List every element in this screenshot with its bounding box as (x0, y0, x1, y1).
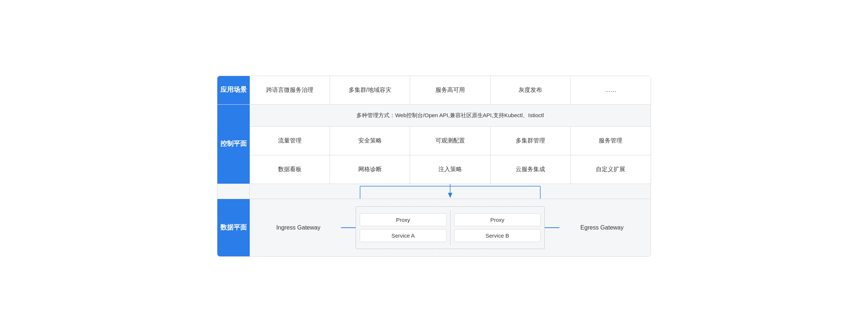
use-case-5: …… (570, 76, 651, 104)
control-plane-content: 多种管理方式：Web控制台/Open API,兼容社区原生API,支持Kubec… (250, 105, 651, 184)
proxy-b-label: Proxy (454, 213, 541, 226)
label-use-cases: 应用场景 (217, 76, 250, 104)
service-b-block: Proxy Service B (450, 210, 544, 245)
connector-svg (250, 184, 651, 199)
use-case-4: 灰度发布 (490, 76, 570, 104)
ctrl-2-5: 自定义扩展 (570, 155, 651, 184)
row-use-cases: 应用场景 跨语言微服务治理 多集群/地域容灾 服务高可用 灰度发布 …… (217, 76, 651, 105)
line-ingress-proxy (341, 227, 356, 228)
connector-row (217, 184, 651, 199)
ctrl-1-1: 流量管理 (250, 127, 330, 155)
control-top-text: 多种管理方式：Web控制台/Open API,兼容社区原生API,支持Kubec… (250, 105, 651, 127)
service-b-label: Service B (454, 229, 541, 242)
service-a-block: Proxy Service A (356, 210, 450, 245)
ingress-gateway: Ingress Gateway (256, 224, 341, 231)
ctrl-1-2: 安全策略 (330, 127, 410, 155)
architecture-diagram: 应用场景 跨语言微服务治理 多集群/地域容灾 服务高可用 灰度发布 …… 控制平… (217, 76, 651, 257)
row-control-plane: 控制平面 多种管理方式：Web控制台/Open API,兼容社区原生API,支持… (217, 105, 651, 184)
proxy-a-label: Proxy (360, 213, 446, 226)
ctrl-2-2: 网格诊断 (330, 155, 410, 184)
ctrl-1-3: 可观测配置 (410, 127, 490, 155)
ctrl-1-4: 多集群管理 (490, 127, 570, 155)
data-plane-main: Ingress Gateway Proxy Service A Proxy Se… (250, 199, 651, 256)
ctrl-2-3: 注入策略 (410, 155, 490, 184)
label-control-plane: 控制平面 (217, 105, 250, 184)
service-a-label: Service A (360, 229, 446, 242)
use-case-1: 跨语言微服务治理 (250, 76, 330, 104)
data-plane-content: Ingress Gateway Proxy Service A Proxy Se… (250, 199, 651, 256)
ctrl-2-1: 数据看板 (250, 155, 330, 184)
control-grid-1: 流量管理 安全策略 可观测配置 多集群管理 服务管理 (250, 127, 651, 155)
egress-gateway: Egress Gateway (559, 224, 645, 231)
svg-marker-1 (448, 193, 452, 198)
line-proxy-egress (545, 227, 559, 228)
connector-spacer (217, 184, 250, 199)
row-data-plane: 数据平面 Ingress Gateway Proxy Service A Pro… (217, 199, 651, 256)
use-case-3: 服务高可用 (410, 76, 490, 104)
use-cases-content: 跨语言微服务治理 多集群/地域容灾 服务高可用 灰度发布 …… (250, 76, 651, 104)
connector-area (250, 184, 651, 199)
ctrl-2-4: 云服务集成 (490, 155, 570, 184)
use-case-2: 多集群/地域容灾 (330, 76, 410, 104)
ctrl-1-5: 服务管理 (570, 127, 651, 155)
label-data-plane: 数据平面 (217, 199, 250, 256)
services-box: Proxy Service A Proxy Service B (356, 206, 544, 249)
control-grid-2: 数据看板 网格诊断 注入策略 云服务集成 自定义扩展 (250, 155, 651, 184)
